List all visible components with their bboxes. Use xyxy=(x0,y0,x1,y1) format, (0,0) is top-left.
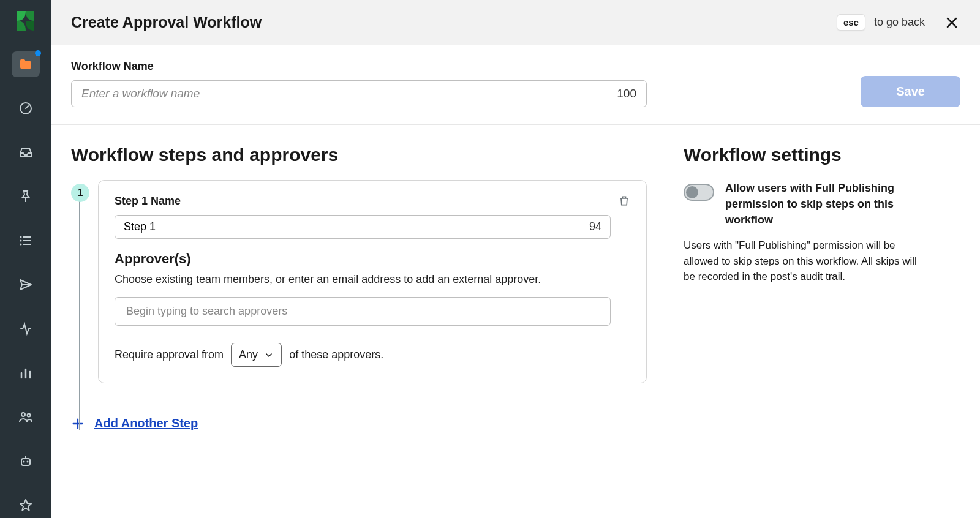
add-step-label: Add Another Step xyxy=(94,416,198,430)
notification-dot xyxy=(35,50,41,56)
pin-icon xyxy=(18,189,33,204)
sidebar-item-list[interactable] xyxy=(12,228,40,253)
app-logo xyxy=(13,9,39,33)
send-icon xyxy=(18,277,33,292)
plus-icon xyxy=(71,417,85,430)
chevron-down-icon xyxy=(264,350,274,360)
trash-icon xyxy=(618,194,630,208)
sidebar-item-send[interactable] xyxy=(12,272,40,298)
page-title: Create Approval Workflow xyxy=(71,13,262,31)
svg-point-8 xyxy=(27,461,29,463)
add-step-button[interactable]: Add Another Step xyxy=(71,416,647,430)
esc-key-hint: esc xyxy=(837,14,865,31)
approvers-title: Approver(s) xyxy=(115,251,630,267)
step-name-char-count: 94 xyxy=(589,220,601,233)
main-panel: Create Approval Workflow esc to go back … xyxy=(51,0,980,518)
svg-point-2 xyxy=(20,240,22,242)
inbox-icon xyxy=(18,145,33,160)
svg-rect-6 xyxy=(21,459,30,465)
svg-point-7 xyxy=(23,461,25,463)
star-icon xyxy=(18,498,33,512)
close-icon xyxy=(944,15,959,30)
sidebar-item-bar-chart[interactable] xyxy=(12,360,40,386)
topbar: Create Approval Workflow esc to go back xyxy=(51,0,980,45)
bar-chart-icon xyxy=(18,366,33,380)
sidebar-item-pin[interactable] xyxy=(12,184,40,209)
workflow-name-input[interactable] xyxy=(81,87,617,100)
workflow-name-label: Workflow Name xyxy=(71,60,647,73)
toggle-knob xyxy=(686,186,698,198)
svg-point-5 xyxy=(28,414,31,417)
gauge-icon xyxy=(18,101,33,116)
require-prefix: Require approval from xyxy=(115,348,224,361)
approver-search-input[interactable] xyxy=(126,305,599,318)
require-approval-select[interactable]: Any xyxy=(231,343,282,367)
sidebar xyxy=(0,0,51,518)
sidebar-item-activity[interactable] xyxy=(12,316,40,342)
step-name-input[interactable] xyxy=(124,220,589,233)
svg-point-3 xyxy=(20,244,22,246)
step-name-input-wrap: 94 xyxy=(115,215,611,239)
step-card-1: Step 1 Name 94 Approver(s) Choose existi… xyxy=(98,180,647,383)
sidebar-item-folder[interactable] xyxy=(12,51,40,77)
svg-point-1 xyxy=(20,236,22,238)
sidebar-item-star[interactable] xyxy=(12,492,40,518)
save-button[interactable]: Save xyxy=(861,76,960,107)
bot-icon xyxy=(18,454,33,468)
require-approval-row: Require approval from Any of these appro… xyxy=(115,343,630,367)
sidebar-item-people[interactable] xyxy=(12,404,40,430)
delete-step-button[interactable] xyxy=(618,194,630,208)
approver-search-wrap xyxy=(115,297,611,326)
activity-icon xyxy=(18,321,33,336)
settings-column: Workflow settings Allow users with Full … xyxy=(684,145,929,430)
close-button[interactable] xyxy=(943,14,960,31)
workflow-name-input-wrap: 100 xyxy=(71,80,647,107)
sidebar-item-bot[interactable] xyxy=(12,448,40,474)
require-suffix: of these approvers. xyxy=(289,348,383,361)
steps-column: Workflow steps and approvers 1 Step 1 Na… xyxy=(71,145,647,430)
people-icon xyxy=(18,410,33,424)
approvers-help-text: Choose existing team members, or enter a… xyxy=(115,273,630,286)
step-name-label: Step 1 Name xyxy=(115,195,181,208)
workflow-name-section: Workflow Name 100 Save xyxy=(51,45,980,125)
workflow-name-char-count: 100 xyxy=(617,87,636,100)
sidebar-item-inbox[interactable] xyxy=(12,140,40,165)
settings-help-text: Users with "Full Publishing" permission … xyxy=(684,238,929,285)
steps-timeline: 1 Step 1 Name 94 Approver(s) Choose exis… xyxy=(71,180,647,430)
settings-title: Workflow settings xyxy=(684,145,929,165)
list-icon xyxy=(18,233,33,248)
step-badge-1: 1 xyxy=(71,184,89,202)
skip-steps-toggle-label: Allow users with Full Publishing permiss… xyxy=(725,180,929,228)
esc-hint-text: to go back xyxy=(874,16,925,29)
require-approval-value: Any xyxy=(239,348,258,361)
skip-steps-toggle[interactable] xyxy=(684,184,714,201)
svg-point-4 xyxy=(21,413,25,416)
steps-section-title: Workflow steps and approvers xyxy=(71,145,647,165)
folder-icon xyxy=(18,57,33,72)
sidebar-item-dashboard[interactable] xyxy=(12,96,40,121)
